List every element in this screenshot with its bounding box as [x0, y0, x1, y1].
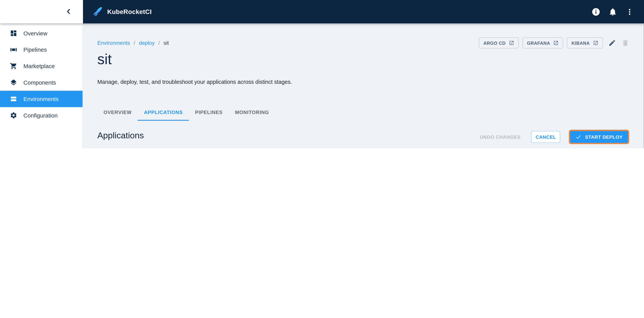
gear-icon [10, 112, 17, 119]
open-in-new-icon [554, 40, 559, 45]
deploy-actions: UNDO CHANGES CANCEL START DEPLOY [480, 130, 629, 144]
stage-tabs: OVERVIEW APPLICATIONS PIPELINES MONITORI… [97, 105, 275, 121]
start-deploy-button[interactable]: START DEPLOY [570, 131, 628, 143]
notifications-button[interactable] [608, 7, 617, 16]
app-bar-actions [591, 7, 634, 16]
sidebar-item-label: Configuration [23, 112, 58, 119]
layers-icon [10, 79, 17, 86]
sidebar-item-label: Marketplace [23, 63, 55, 69]
sidebar-item-components[interactable]: Components [0, 74, 82, 91]
sidebar-collapse-button[interactable] [64, 7, 73, 16]
start-deploy-label: START DEPLOY [585, 134, 622, 139]
breadcrumb-separator: / [158, 40, 160, 46]
sidebar-item-marketplace[interactable]: Marketplace [0, 58, 82, 74]
sidebar-item-environments[interactable]: Environments [0, 91, 82, 107]
info-button[interactable] [591, 7, 600, 16]
edit-stage-button[interactable] [608, 39, 616, 47]
tab-monitoring[interactable]: MONITORING [229, 105, 275, 121]
app-bar: KubeRocketCI [83, 0, 644, 23]
sidebar-header [0, 0, 83, 23]
tab-pipelines[interactable]: PIPELINES [189, 105, 229, 121]
external-tools: ARGO CD GRAFANA KIBANA [475, 37, 629, 48]
kibana-link-button[interactable]: KIBANA [567, 37, 603, 48]
open-in-new-icon [509, 40, 514, 45]
argocd-link-label: ARGO CD [484, 40, 506, 45]
check-icon [576, 134, 582, 140]
tab-overview[interactable]: OVERVIEW [97, 105, 138, 121]
kebab-menu-button[interactable] [625, 7, 634, 16]
grafana-link-label: GRAFANA [527, 40, 550, 45]
sidebar-item-label: Overview [23, 30, 47, 36]
sidebar-item-label: Pipelines [23, 46, 47, 53]
sidebar-nav: Overview Pipelines Marketplace Component… [0, 25, 82, 124]
breadcrumb-deploy[interactable]: deploy [139, 40, 154, 46]
dashboard-icon [10, 29, 17, 37]
undo-changes-button[interactable]: UNDO CHANGES [480, 134, 520, 139]
pipelines-icon [10, 46, 17, 53]
breadcrumb-separator: / [134, 40, 135, 46]
breadcrumb: Environments / deploy / sit [97, 40, 169, 46]
sidebar: Overview Pipelines Marketplace Component… [0, 23, 83, 148]
grafana-link-button[interactable]: GRAFANA [522, 37, 563, 48]
applications-section-title: Applications [97, 130, 144, 140]
sidebar-item-pipelines[interactable]: Pipelines [0, 41, 82, 58]
sidebar-item-label: Components [23, 79, 56, 86]
sidebar-item-overview[interactable]: Overview [0, 25, 82, 41]
sidebar-item-configuration[interactable]: Configuration [0, 107, 82, 124]
delete-stage-button[interactable] [622, 39, 629, 47]
app-title: KubeRocketCI [107, 8, 152, 15]
cart-icon [10, 62, 17, 70]
argocd-link-button[interactable]: ARGO CD [479, 37, 518, 48]
page-description: Manage, deploy, test, and troubleshoot y… [97, 79, 292, 85]
breadcrumb-current: sit [164, 40, 169, 46]
tab-applications[interactable]: APPLICATIONS [138, 105, 189, 121]
open-in-new-icon [593, 40, 598, 45]
breadcrumb-environments[interactable]: Environments [97, 40, 130, 46]
sidebar-item-label: Environments [23, 96, 58, 102]
cancel-button[interactable]: CANCEL [531, 131, 560, 143]
kibana-link-label: KIBANA [572, 40, 590, 45]
page-title: sit [97, 51, 112, 67]
environments-icon [10, 95, 17, 103]
kuberocketci-logo-icon [92, 6, 104, 17]
kuberocketci-window: KubeRocketCI Overview [0, 0, 644, 148]
start-deploy-highlight: START DEPLOY [569, 130, 629, 144]
